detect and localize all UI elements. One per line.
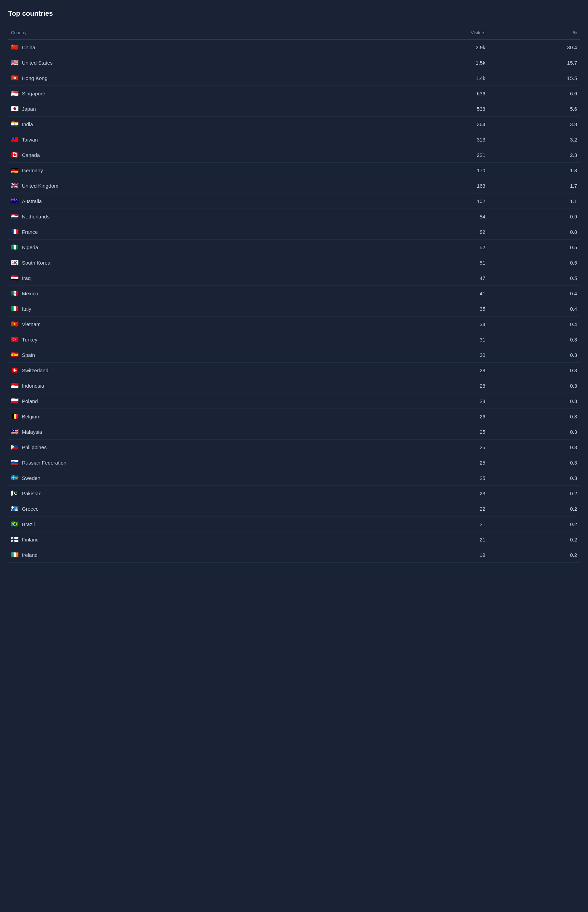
country-name: Vietnam [22, 321, 41, 327]
table-row: 🇮🇪Ireland190.2 [8, 547, 580, 563]
country-name: India [22, 121, 33, 127]
percent-value: 0.3 [488, 394, 580, 409]
country-cell: 🇮🇳India [8, 116, 370, 132]
country-name: Canada [22, 152, 40, 158]
percent-value: 0.3 [488, 409, 580, 424]
country-name: Russian Federation [22, 460, 66, 466]
visitors-value: 538 [370, 101, 488, 116]
country-cell: 🇷🇺Russian Federation [8, 455, 370, 470]
country-cell: 🇮🇹Italy [8, 301, 370, 316]
table-row: 🇳🇱Netherlands840.9 [8, 209, 580, 224]
country-name: Indonesia [22, 383, 44, 389]
table-row: 🇹🇼Taiwan3133.2 [8, 132, 580, 147]
percent-value: 15.5 [488, 70, 580, 86]
country-name: Spain [22, 352, 35, 358]
percent-value: 0.4 [488, 316, 580, 332]
country-flag: 🇸🇪 [11, 475, 18, 481]
country-flag: 🇳🇱 [11, 213, 18, 220]
country-column-header: Country [8, 26, 370, 40]
table-row: 🇫🇷France820.8 [8, 224, 580, 240]
country-name: Taiwan [22, 137, 38, 142]
country-cell: 🇧🇷Brazil [8, 517, 370, 532]
country-cell: 🇺🇸United States [8, 55, 370, 70]
percent-value: 0.5 [488, 240, 580, 255]
visitors-value: 35 [370, 301, 488, 316]
percent-value: 0.2 [488, 517, 580, 532]
country-flag: 🇹🇷 [11, 336, 18, 342]
table-row: 🇮🇩Indonesia280.3 [8, 378, 580, 394]
country-cell: 🇨🇦Canada [8, 147, 370, 163]
country-flag: 🇧🇪 [11, 413, 18, 420]
visitors-value: 636 [370, 86, 488, 101]
country-flag: 🇻🇳 [11, 321, 18, 327]
country-name: Italy [22, 306, 31, 312]
country-cell: 🇨🇳China [8, 40, 370, 55]
visitors-value: 34 [370, 316, 488, 332]
percent-value: 0.9 [488, 209, 580, 224]
country-name: Netherlands [22, 214, 50, 220]
percent-value: 0.3 [488, 455, 580, 470]
country-cell: 🇵🇭Philippines [8, 440, 370, 455]
country-flag: 🇮🇶 [11, 275, 18, 281]
visitors-value: 31 [370, 332, 488, 347]
table-row: 🇳🇬Nigeria520.5 [8, 240, 580, 255]
country-cell: 🇩🇪Germany [8, 163, 370, 178]
percent-value: 3.8 [488, 116, 580, 132]
country-flag: 🇪🇸 [11, 352, 18, 358]
country-flag: 🇬🇷 [11, 505, 18, 512]
country-name: Greece [22, 506, 39, 512]
visitors-value: 84 [370, 209, 488, 224]
table-row: 🇸🇪Sweden250.3 [8, 470, 580, 486]
country-flag: 🇷🇺 [11, 459, 18, 466]
country-cell: 🇳🇱Netherlands [8, 209, 370, 224]
table-row: 🇵🇰Pakistan230.2 [8, 486, 580, 501]
visitors-value: 1.5k [370, 55, 488, 70]
visitors-value: 23 [370, 486, 488, 501]
country-flag: 🇫🇷 [11, 229, 18, 235]
country-flag: 🇨🇭 [11, 367, 18, 373]
table-row: 🇵🇱Poland280.3 [8, 394, 580, 409]
table-row: 🇭🇰Hong Kong1.4k15.5 [8, 70, 580, 86]
visitors-value: 163 [370, 178, 488, 194]
percent-value: 1.7 [488, 178, 580, 194]
country-name: Mexico [22, 291, 38, 296]
country-flag: 🇬🇧 [11, 182, 18, 189]
country-flag: 🇯🇵 [11, 106, 18, 112]
country-flag: 🇵🇭 [11, 444, 18, 450]
country-name: Pakistan [22, 491, 42, 496]
country-name: Belgium [22, 413, 40, 420]
country-cell: 🇪🇸Spain [8, 347, 370, 363]
visitors-value: 102 [370, 194, 488, 209]
country-flag: 🇮🇹 [11, 306, 18, 312]
table-row: 🇲🇽Mexico410.4 [8, 286, 580, 301]
percent-value: 0.3 [488, 347, 580, 363]
country-flag: 🇮🇪 [11, 552, 18, 558]
table-row: 🇧🇪Belgium260.3 [8, 409, 580, 424]
table-row: 🇬🇧United Kingdom1631.7 [8, 178, 580, 194]
percent-value: 0.2 [488, 547, 580, 563]
percent-value: 0.2 [488, 501, 580, 517]
table-row: 🇬🇷Greece220.2 [8, 501, 580, 517]
country-flag: 🇭🇰 [11, 75, 18, 81]
visitors-value: 47 [370, 270, 488, 286]
visitors-value: 25 [370, 440, 488, 455]
visitors-value: 41 [370, 286, 488, 301]
table-row: 🇯🇵Japan5385.6 [8, 101, 580, 116]
country-cell: 🇯🇵Japan [8, 101, 370, 116]
percent-value: 2.3 [488, 147, 580, 163]
country-flag: 🇧🇷 [11, 521, 18, 527]
country-name: United States [22, 60, 53, 66]
country-flag: 🇮🇩 [11, 383, 18, 389]
table-row: 🇩🇪Germany1701.8 [8, 163, 580, 178]
country-cell: 🇲🇾Malaysia [8, 424, 370, 440]
country-name: Brazil [22, 521, 35, 527]
country-flag: 🇵🇰 [11, 490, 18, 496]
country-cell: 🇸🇬Singapore [8, 86, 370, 101]
visitors-value: 1.4k [370, 70, 488, 86]
table-row: 🇲🇾Malaysia250.3 [8, 424, 580, 440]
visitors-value: 28 [370, 394, 488, 409]
table-row: 🇵🇭Philippines250.3 [8, 440, 580, 455]
country-flag: 🇳🇬 [11, 244, 18, 250]
visitors-value: 82 [370, 224, 488, 240]
country-flag: 🇫🇮 [11, 536, 18, 542]
